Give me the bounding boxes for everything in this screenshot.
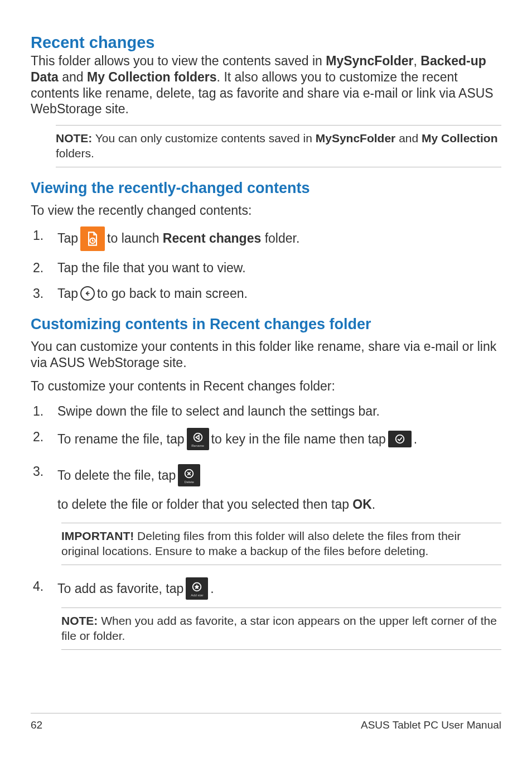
text: , — [414, 54, 421, 68]
step-2: 2. Tap the file that you want to view. — [31, 259, 501, 277]
note-box-2: NOTE: When you add as favorite, a star i… — [61, 607, 501, 650]
step-2: 2. To rename the file, tap Rename to key… — [31, 428, 501, 450]
page-content: Recent changes This folder allows you to… — [0, 0, 532, 650]
delete-icon: Delete — [178, 464, 200, 486]
text: to go back to main screen. — [97, 285, 248, 302]
page-number: 62 — [31, 719, 42, 731]
viewing-lead: To view the recently changed contents: — [31, 202, 501, 219]
text: . — [372, 497, 375, 512]
step-body: Tap the file that you want to view. — [57, 259, 501, 277]
confirm-check-icon — [388, 431, 412, 447]
customizing-lead-1: You can customize your contents in this … — [31, 339, 501, 371]
step-1: 1. Tap to launch Recent changes folder. — [31, 226, 501, 251]
manual-title: ASUS Tablet PC User Manual — [361, 719, 501, 731]
icon-sublabel: Rename — [191, 444, 204, 447]
important-label: IMPORTANT! — [61, 529, 134, 542]
important-box: IMPORTANT! Deleting files from this fold… — [61, 523, 501, 565]
text: Tap — [57, 229, 78, 247]
step-number: 4. — [31, 577, 57, 595]
folder-name-mysyncfolder: MySyncFolder — [326, 54, 413, 68]
text: . — [210, 580, 214, 597]
text: folder. — [261, 231, 299, 245]
note-text: You can only customize contents saved in — [92, 132, 315, 144]
step-number: 3. — [31, 285, 57, 302]
step-1: 1. Swipe down the file to select and lau… — [31, 402, 501, 420]
recent-changes-label: Recent changes — [163, 231, 261, 245]
customizing-steps: 1. Swipe down the file to select and lau… — [31, 402, 501, 650]
note-label: NOTE: — [56, 132, 92, 144]
heading-customizing: Customizing contents in Recent changes f… — [31, 316, 501, 333]
step-number: 3. — [31, 462, 57, 480]
text: to delete the file or folder that you se… — [57, 497, 352, 512]
intro-paragraph: This folder allows you to view the conte… — [31, 53, 501, 117]
customizing-lead-2: To customize your contents in Recent cha… — [31, 378, 501, 394]
text: To delete the file, tap — [57, 462, 176, 488]
step-body: Tap to go back to main screen. — [57, 285, 501, 302]
text: to delete the file or folder that you se… — [57, 491, 375, 517]
folder-name-mycollection: My Collection — [422, 132, 498, 144]
back-arrow-icon — [80, 286, 95, 301]
text: To rename the file, tap — [57, 430, 185, 448]
step-number: 1. — [31, 226, 57, 244]
icon-sublabel: Delete — [185, 480, 194, 484]
step-body: Tap to launch Recent changes folder. — [57, 226, 501, 251]
step-body: Swipe down the file to select and launch… — [57, 402, 501, 420]
note-text: When you add as favorite, a star icon ap… — [61, 614, 497, 642]
step-body: To rename the file, tap Rename to key in… — [57, 428, 501, 450]
note-label: NOTE: — [61, 614, 98, 627]
folder-name-mysyncfolder: MySyncFolder — [316, 132, 396, 144]
text: Tap — [57, 285, 78, 302]
text: to key in the file name then tap — [211, 430, 386, 448]
heading-recent-changes: Recent changes — [31, 33, 501, 52]
page-footer: 62 ASUS Tablet PC User Manual — [31, 713, 501, 731]
text: and — [59, 70, 87, 84]
text: This folder allows you to view the conte… — [31, 54, 326, 68]
viewing-steps: 1. Tap to launch Recent changes folder. … — [31, 226, 501, 302]
step-body: To delete the file, tap Delete to delete… — [57, 462, 501, 517]
step-number: 1. — [31, 402, 57, 420]
folder-name-mycollection: My Collection folders — [87, 70, 217, 84]
step-3: 3. Tap to go back to main screen. — [31, 285, 501, 302]
text: to launch — [107, 231, 163, 245]
heading-viewing: Viewing the recently-changed contents — [31, 180, 501, 197]
step-3: 3. To delete the file, tap Delete to del… — [31, 462, 501, 517]
text: To add as favorite, tap — [57, 580, 183, 597]
step-number: 2. — [31, 428, 57, 446]
recent-changes-folder-icon — [80, 226, 105, 251]
step-body: To add as favorite, tap Add star . — [57, 577, 501, 600]
add-star-icon: Add star — [186, 577, 208, 600]
step-number: 2. — [31, 259, 57, 277]
rename-icon: Rename — [187, 428, 209, 450]
note-text: folders. — [56, 147, 94, 160]
ok-label: OK — [352, 497, 372, 512]
note-text: and — [395, 132, 422, 144]
note-box-1: NOTE: You can only customize contents sa… — [56, 125, 501, 167]
text: to launch Recent changes folder. — [107, 229, 299, 247]
text: . — [414, 430, 417, 448]
svg-point-2 — [396, 435, 404, 443]
icon-sublabel: Add star — [191, 594, 203, 597]
step-4: 4. To add as favorite, tap Add star . — [31, 577, 501, 600]
